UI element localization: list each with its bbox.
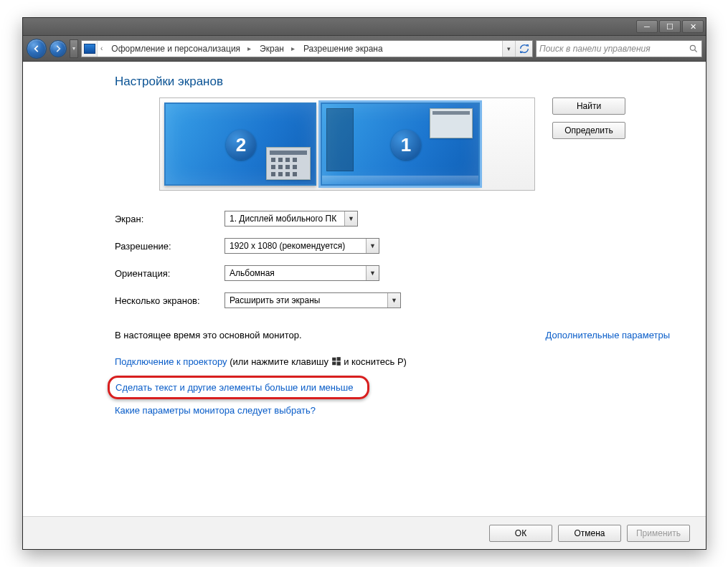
thumb-icon [266,147,311,180]
chevron-right-icon: ‹ [98,44,105,52]
apply-button[interactable]: Применить [627,525,690,542]
close-button[interactable]: ✕ [682,20,704,33]
forward-button[interactable] [49,40,67,57]
refresh-icon [519,44,529,54]
thumb-icon [430,108,473,138]
orientation-value: Альбомная [230,268,275,278]
which-link[interactable]: Какие параметры монитора следует выбрать… [115,405,316,416]
projector-hint2: и коснитесь P) [341,356,407,367]
search-icon [689,44,699,54]
monitor-number: 2 [226,130,256,160]
chevron-down-icon: ▼ [366,266,379,280]
resolution-label: Разрешение: [115,241,224,252]
monitor-2[interactable]: 2 [164,103,316,186]
arrow-right-icon [53,44,63,54]
windows-key-icon [331,356,341,366]
maximize-button[interactable]: ☐ [659,20,681,33]
history-dropdown[interactable]: ▾ [70,39,78,58]
projector-link[interactable]: Подключение к проектору [115,356,227,367]
breadcrumb-seg1[interactable]: Оформление и персонализация [105,41,245,57]
minimize-button[interactable]: ─ [636,20,658,33]
cancel-button[interactable]: Отмена [558,525,621,542]
chevron-down-icon: ▼ [344,211,357,226]
projector-line: Подключение к проектору (или нажмите кла… [115,356,683,367]
chevron-right-icon: ▸ [245,44,254,52]
monitor-number: 1 [391,130,421,160]
screen-label: Экран: [115,214,224,224]
page-heading: Настройки экранов [115,75,683,89]
chevron-right-icon: ▸ [288,44,298,52]
ok-button[interactable]: ОК [489,525,552,542]
screen-select[interactable]: 1. Дисплей мобильного ПК ▼ [224,211,358,227]
primary-status: В настоящее время это основной монитор. [115,330,302,340]
screen-value: 1. Дисплей мобильного ПК [230,214,336,224]
search-input[interactable]: Поиск в панели управления [536,40,702,57]
refresh-button[interactable] [515,41,532,57]
resolution-select[interactable]: 1920 x 1080 (рекомендуется) ▼ [224,238,379,254]
breadcrumb-seg2[interactable]: Экран [254,41,288,57]
projector-hint1: (или нажмите клавишу [227,356,331,367]
svg-rect-3 [332,362,336,366]
breadcrumb[interactable]: ‹ Оформление и персонализация ▸ Экран ▸ … [81,40,533,57]
monitors-preview[interactable]: 2 1 [159,97,535,191]
svg-point-0 [690,45,695,50]
content: Настройки экранов 2 1 [23,62,706,549]
arrow-left-icon [32,44,42,54]
orientation-label: Ориентация: [115,268,224,279]
bottombar: ОК Отмена Применить [23,516,706,549]
multi-select[interactable]: Расширить эти экраны ▼ [224,292,401,308]
back-button[interactable] [27,39,47,59]
search-placeholder: Поиск в панели управления [539,44,689,54]
svg-rect-1 [332,358,336,361]
window: ─ ☐ ✕ ▾ ‹ Оформление и персонализация ▸ … [22,17,706,550]
chevron-down-icon: ▼ [387,293,400,308]
svg-rect-2 [336,357,340,361]
breadcrumb-icon [82,41,98,57]
multi-label: Несколько экранов: [115,295,224,306]
resolution-value: 1920 x 1080 (рекомендуется) [230,241,345,251]
chevron-down-icon: ▼ [366,239,379,253]
navbar: ▾ ‹ Оформление и персонализация ▸ Экран … [23,36,706,62]
breadcrumb-dropdown[interactable]: ▾ [502,41,515,57]
monitor-1[interactable]: 1 [321,103,480,186]
svg-rect-4 [336,362,340,366]
textsize-link[interactable]: Сделать текст и другие элементы больше и… [115,382,353,393]
multi-value: Расширить эти экраны [230,295,320,305]
highlight-callout: Сделать текст и другие элементы больше и… [108,376,369,399]
orientation-select[interactable]: Альбомная ▼ [224,265,379,281]
breadcrumb-seg3[interactable]: Разрешение экрана [298,41,387,57]
advanced-link[interactable]: Дополнительные параметры [545,330,670,340]
titlebar: ─ ☐ ✕ [23,18,706,36]
find-button[interactable]: Найти [552,97,625,115]
detect-button[interactable]: Определить [552,122,625,139]
